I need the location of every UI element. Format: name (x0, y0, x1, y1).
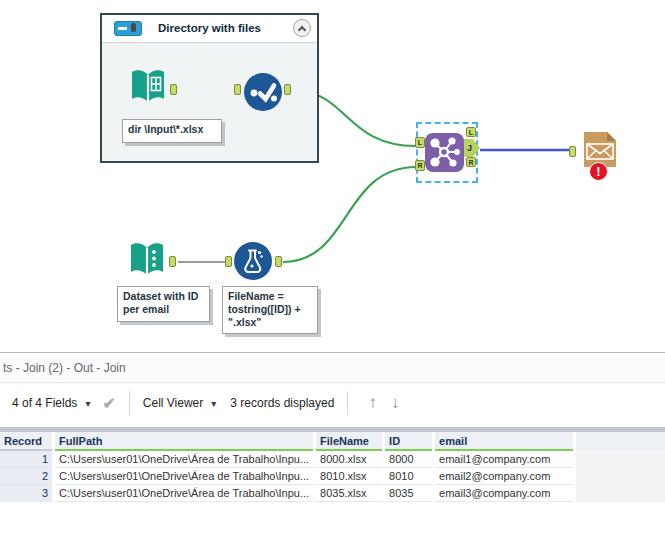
input1-output-anchor[interactable] (170, 84, 177, 95)
table-row: 2 C:\Users\user01\OneDrive\Área de Traba… (0, 468, 573, 485)
caret-down-icon[interactable]: ▾ (85, 398, 90, 409)
cell-email[interactable]: email3@company.com (435, 485, 573, 502)
workflow-canvas[interactable]: Directory with files dir \ (0, 0, 665, 352)
cell-id[interactable]: 8010 (385, 468, 432, 485)
directory-check-tool[interactable] (243, 72, 283, 116)
column-header-email[interactable]: email (435, 432, 573, 451)
cell-email[interactable]: email1@company.com (435, 451, 573, 468)
input2-output-anchor[interactable] (169, 256, 176, 267)
cell-filename[interactable]: 8000.xlsx (316, 451, 382, 468)
join-tool[interactable] (424, 132, 465, 177)
cell-fullpath[interactable]: C:\Users\user01\OneDrive\Área de Trabalh… (55, 451, 313, 468)
arrow-up-icon[interactable]: ↑ (368, 393, 377, 413)
email-input-anchor[interactable] (569, 146, 576, 157)
join-input-right-anchor[interactable]: R (415, 160, 425, 171)
toolbar-separator (347, 391, 348, 415)
column-header-id[interactable]: ID (385, 432, 432, 451)
annotation-formula[interactable]: FileName = tostring([ID]) + ".xlsx" (222, 286, 318, 334)
formula-output-anchor[interactable] (275, 256, 282, 267)
toggle-knob (131, 23, 136, 32)
toggle-dash-icon (118, 27, 127, 30)
join-input-left-anchor[interactable]: L (415, 137, 425, 148)
cell-id[interactable]: 8035 (385, 485, 432, 502)
input-data-icon (126, 239, 168, 281)
column-header-fullpath[interactable]: FullPath (55, 432, 313, 451)
results-table: Record FullPath FileName ID email 1 C:\U… (0, 432, 576, 502)
apply-check-icon[interactable]: ✔ (102, 394, 115, 413)
caret-down-icon[interactable]: ▾ (211, 398, 216, 409)
error-badge-icon[interactable]: ! (589, 162, 608, 181)
results-grid: Record FullPath FileName ID email 1 C:\U… (0, 423, 665, 536)
join-output-left-anchor[interactable]: L (466, 127, 476, 137)
cell-fullpath[interactable]: C:\Users\user01\OneDrive\Área de Trabalh… (55, 485, 313, 502)
check-tool-output-anchor[interactable] (284, 84, 291, 95)
cell-record[interactable]: 1 (0, 451, 52, 468)
join-icon (424, 132, 465, 173)
cell-filename[interactable]: 8010.xlsx (316, 468, 382, 485)
cell-record[interactable]: 3 (0, 485, 52, 502)
formula-flask-icon (233, 241, 273, 281)
check-circle-icon (243, 72, 283, 112)
annotation-dataset[interactable]: Dataset with ID per email (117, 286, 210, 322)
fields-dropdown[interactable]: 4 of 4 Fields (12, 396, 77, 410)
wire-formula-to-join-right[interactable] (283, 167, 416, 262)
input-data-tool-dataset[interactable] (126, 239, 168, 285)
container-enable-toggle[interactable] (114, 21, 142, 36)
table-row: 1 C:\Users\user01\OneDrive\Área de Traba… (0, 451, 573, 468)
cell-viewer-dropdown[interactable]: Cell Viewer (143, 396, 203, 410)
records-displayed-label: 3 records displayed (230, 396, 334, 410)
container-collapse-button[interactable] (293, 19, 311, 37)
check-tool-input-anchor[interactable] (234, 84, 241, 95)
column-header-record[interactable]: Record (0, 432, 52, 451)
results-toolbar: 4 of 4 Fields ▾ ✔ Cell Viewer ▾ 3 record… (0, 383, 665, 423)
cell-email[interactable]: email2@company.com (435, 468, 573, 485)
cell-id[interactable]: 8000 (385, 451, 432, 468)
cell-record[interactable]: 2 (0, 468, 52, 485)
table-header-row: Record FullPath FileName ID email (0, 432, 573, 451)
annotation-directory[interactable]: dir \Input\*.xlsx (122, 119, 222, 143)
results-panel-title: ts - Join (2) - Out - Join (0, 353, 665, 383)
cell-filename[interactable]: 8035.xlsx (316, 485, 382, 502)
toolbar-separator (129, 391, 130, 415)
formula-input-anchor[interactable] (225, 256, 232, 267)
cell-fullpath[interactable]: C:\Users\user01\OneDrive\Área de Trabalh… (55, 468, 313, 485)
column-header-filename[interactable]: FileName (316, 432, 382, 451)
input-data-icon (127, 66, 169, 108)
input-data-tool-directory[interactable] (127, 66, 169, 112)
chevron-up-icon (298, 26, 306, 34)
table-row: 3 C:\Users\user01\OneDrive\Área de Traba… (0, 485, 573, 502)
formula-tool[interactable] (233, 241, 273, 285)
results-panel: ts - Join (2) - Out - Join 4 of 4 Fields… (0, 352, 665, 536)
join-output-right-anchor[interactable]: R (466, 157, 476, 167)
arrow-down-icon[interactable]: ↓ (391, 393, 400, 413)
container-header[interactable]: Directory with files (102, 15, 317, 43)
